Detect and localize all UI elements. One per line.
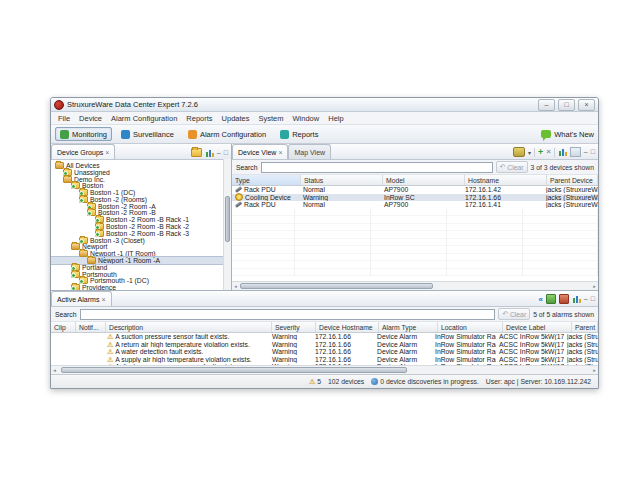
menu-item-updates[interactable]: Updates <box>222 114 250 123</box>
folder-icon <box>95 230 104 237</box>
tab-close-icon[interactable]: × <box>105 149 109 156</box>
toolbar-button-reports[interactable]: Reports <box>275 127 323 141</box>
remove-device-icon[interactable]: × <box>546 148 551 156</box>
minimize-icon[interactable]: – <box>538 99 555 111</box>
report-chart-icon[interactable] <box>558 148 567 156</box>
status-alarm-summary[interactable]: ⚠ 5 <box>309 378 321 385</box>
column-header-alarm-type[interactable]: Alarm Type <box>379 322 438 332</box>
collapse-all-icon[interactable]: « <box>538 295 542 304</box>
maximize-panel-icon[interactable]: □ <box>224 149 228 157</box>
maximize-panel-icon[interactable]: □ <box>591 148 595 156</box>
alarm-device-label-cell: ACSC InRow 5kW(172.16... <box>496 356 564 363</box>
tab-close-icon[interactable]: × <box>101 296 105 303</box>
tree-item-newport-1-room-a[interactable]: Newport -1 Room -A <box>51 257 231 264</box>
column-header-severity[interactable]: Severity <box>272 322 316 332</box>
close-icon[interactable]: × <box>578 99 595 111</box>
alarm-parent-cell: jacks (StruxureWare Data <box>564 356 598 363</box>
toolbar-button-monitoring[interactable]: Monitoring <box>55 127 112 141</box>
alarm-row[interactable]: ⚠A supply air high temperature violation… <box>51 356 598 364</box>
add-device-icon[interactable]: + <box>538 148 543 156</box>
column-header-status[interactable]: Status <box>301 175 383 185</box>
device-groups-panel: Device Groups × – □ All DevicesUnassigne… <box>51 144 232 290</box>
menu-item-device[interactable]: Device <box>79 114 102 123</box>
device-parent-cell: jacks (StruxureWare Data Cer... <box>543 194 598 201</box>
minimize-panel-icon[interactable]: – <box>584 295 588 303</box>
tab-device-view[interactable]: Device View × <box>232 144 288 159</box>
tab-map-view[interactable]: Map View <box>288 144 331 159</box>
dropdown-icon[interactable]: ▾ <box>528 149 531 156</box>
menu-item-file[interactable]: File <box>58 114 70 123</box>
alarm-location-cell: InRow Simulator Rack <box>432 341 496 348</box>
column-header-notif[interactable]: Notif... <box>76 322 106 332</box>
group-summary-icon[interactable] <box>205 149 214 157</box>
maximize-panel-icon[interactable]: □ <box>591 295 595 303</box>
tab-active-alarms[interactable]: Active Alarms × <box>51 291 112 306</box>
tab-close-icon[interactable]: × <box>278 149 282 156</box>
alarm-history-icon[interactable] <box>559 294 569 304</box>
device-clear-button[interactable]: ↶ Clear <box>496 161 528 173</box>
column-header-device-hostname[interactable]: Device Hostname <box>316 322 379 332</box>
empty-row <box>232 224 598 232</box>
layout-grid-icon[interactable] <box>570 147 581 157</box>
column-header-clip[interactable]: Clip <box>51 322 76 332</box>
device-search-input[interactable] <box>261 162 493 173</box>
menu-item-help[interactable]: Help <box>328 114 343 123</box>
view-menu-icon[interactable] <box>513 147 525 157</box>
tree-scrollbar[interactable] <box>223 159 231 290</box>
column-header-model[interactable]: Model <box>383 175 465 185</box>
column-header-description[interactable]: Description <box>106 322 272 332</box>
device-row[interactable]: Rack PDUNormalAP7900172.16.1.41jacks (St… <box>232 201 598 209</box>
alarm-clear-button[interactable]: ↶ Clear <box>498 308 530 320</box>
toolbar-button-alarm-configuration[interactable]: Alarm Configuration <box>183 127 271 141</box>
scroll-left-icon[interactable]: ◂ <box>232 283 239 289</box>
minimize-panel-icon[interactable]: – <box>217 149 221 157</box>
alarm-row[interactable]: ⚠A suction pressure sensor fault exists.… <box>51 333 598 341</box>
new-folder-icon[interactable] <box>191 148 202 157</box>
device-groups-toolbar: – □ <box>191 148 231 159</box>
folder-icon <box>79 196 88 203</box>
hscroll-thumb[interactable] <box>61 367 407 373</box>
device-type-cell: Rack PDU <box>232 201 300 208</box>
column-header-parent-device[interactable]: Parent Device <box>547 175 598 185</box>
reports-icon <box>280 130 289 139</box>
menu-item-alarm-configuration[interactable]: Alarm Configuration <box>111 114 177 123</box>
alarm-chart-icon[interactable] <box>572 295 581 303</box>
alarm-row[interactable]: ⚠A return air high temperature violation… <box>51 341 598 349</box>
scroll-right-icon[interactable]: ▸ <box>591 367 598 373</box>
column-header-location[interactable]: Location <box>438 322 503 332</box>
whats-new-button[interactable]: What's New <box>541 130 594 139</box>
folder-icon <box>55 162 64 169</box>
device-count-label: 3 of 3 devices shown <box>531 164 594 171</box>
device-view-toolbar: ▾ + × – □ <box>513 147 598 159</box>
device-status-cell: Normal <box>300 186 381 193</box>
folder-icon <box>79 277 88 284</box>
column-header-type[interactable]: Type <box>232 175 301 185</box>
column-header-hostname[interactable]: Hostname <box>465 175 547 185</box>
rack-pdu-icon <box>235 202 242 208</box>
alarm-table-hscrollbar[interactable]: ◂ ▸ <box>51 365 598 374</box>
hscroll-thumb[interactable] <box>240 283 433 289</box>
scroll-left-icon[interactable]: ◂ <box>51 367 58 373</box>
column-header-parent-device[interactable]: Parent Device <box>572 322 598 332</box>
tree-scrollbar-thumb[interactable] <box>225 196 230 243</box>
menu-item-system[interactable]: System <box>259 114 284 123</box>
toolbar-button-surveillance[interactable]: Surveillance <box>116 127 179 141</box>
alarm-row[interactable]: ⚠A water detection fault exists.Warning1… <box>51 348 598 356</box>
maximize-icon[interactable]: □ <box>558 99 575 111</box>
minimize-panel-icon[interactable]: – <box>584 148 588 156</box>
tree-item-portland[interactable]: Portland <box>51 264 231 271</box>
tree-item-boston[interactable]: Boston <box>51 182 231 189</box>
column-header-device-label[interactable]: Device Label <box>503 322 572 332</box>
tab-device-groups[interactable]: Device Groups × <box>51 144 115 159</box>
device-table-hscrollbar[interactable]: ◂ ▸ <box>232 281 598 290</box>
alarm-search-input[interactable] <box>80 309 496 320</box>
folder-icon <box>87 257 96 264</box>
menu-item-reports[interactable]: Reports <box>186 114 212 123</box>
device-row[interactable]: Cooling DeviceWarningInRow SC172.16.1.66… <box>232 194 598 202</box>
scroll-right-icon[interactable]: ▸ <box>591 283 598 289</box>
tree-item-providence[interactable]: Providence <box>51 284 231 290</box>
menu-item-window[interactable]: Window <box>293 114 320 123</box>
warning-icon: ⚠ <box>107 348 113 355</box>
alarm-hostname-cell: 172.16.1.66 <box>312 341 374 348</box>
export-alarms-icon[interactable] <box>546 294 556 304</box>
